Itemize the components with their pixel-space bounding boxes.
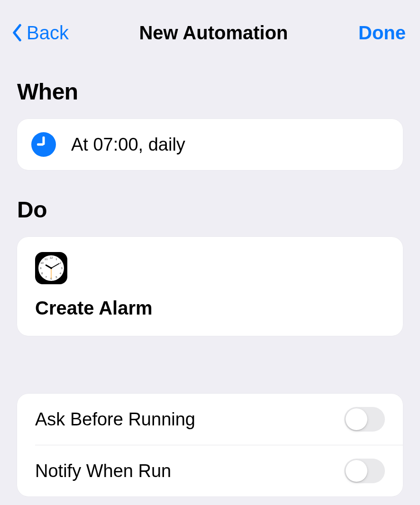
clock-icon — [31, 132, 56, 157]
clock-face-icon: 12 1 2 3 4 5 6 7 8 9 10 11 — [38, 255, 64, 281]
do-card[interactable]: 12 1 2 3 4 5 6 7 8 9 10 11 Create Alarm — [17, 237, 403, 336]
page-title: New Automation — [139, 22, 288, 44]
when-row: At 07:00, daily — [17, 119, 403, 170]
section-header-do: Do — [17, 197, 403, 223]
row-label: Ask Before Running — [35, 409, 195, 430]
back-button[interactable]: Back — [10, 22, 69, 44]
chevron-left-icon — [10, 22, 24, 43]
when-card[interactable]: At 07:00, daily — [17, 119, 403, 170]
when-text: At 07:00, daily — [71, 135, 185, 155]
done-button[interactable]: Done — [358, 22, 406, 44]
toggle-ask-before-running[interactable] — [344, 407, 385, 432]
back-label: Back — [27, 22, 69, 44]
clock-app-icon: 12 1 2 3 4 5 6 7 8 9 10 11 — [35, 252, 67, 284]
navbar: Back New Automation Done — [0, 0, 420, 52]
toggle-notify-when-run[interactable] — [344, 459, 385, 483]
settings-row-notify-when-run[interactable]: Notify When Run — [17, 445, 403, 496]
row-label: Notify When Run — [35, 461, 171, 481]
content: When At 07:00, daily Do 12 1 2 3 4 5 6 7… — [0, 79, 420, 496]
section-header-when: When — [17, 79, 403, 105]
settings-row-ask-before-running[interactable]: Ask Before Running — [17, 394, 403, 445]
do-action-title: Create Alarm — [35, 298, 385, 319]
settings-card: Ask Before Running Notify When Run — [17, 394, 403, 496]
